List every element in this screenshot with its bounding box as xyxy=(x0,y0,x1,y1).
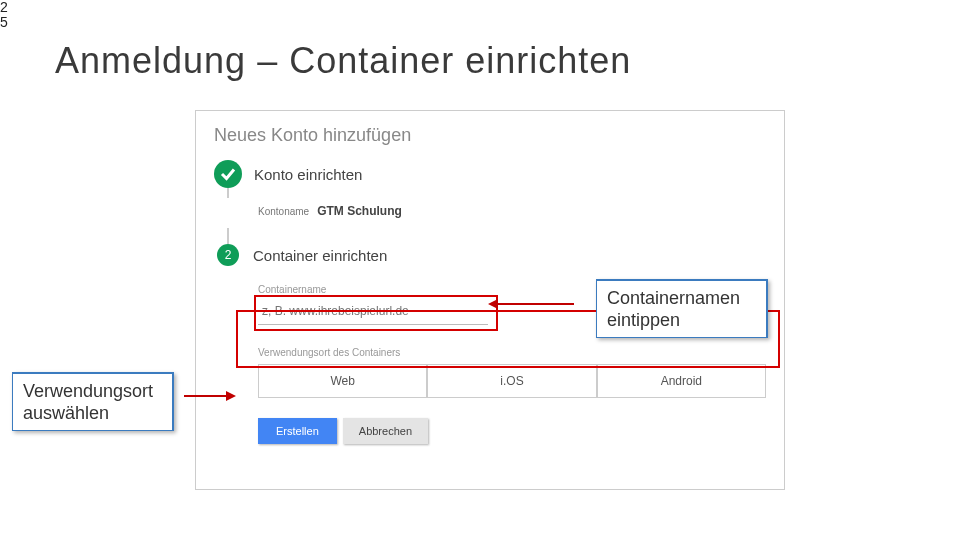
arrow-left-icon xyxy=(496,303,574,305)
checkmark-icon xyxy=(214,160,242,188)
action-row: Erstellen Abbrechen xyxy=(258,418,766,444)
usage-label: Verwendungsort des Containers xyxy=(258,347,766,358)
page-title: Anmeldung – Container einrichten xyxy=(55,40,631,82)
callout-containername: Containernamen eintippen xyxy=(596,279,768,338)
connector-line xyxy=(227,188,229,198)
connector-line xyxy=(227,228,229,244)
usage-option-android[interactable]: Android xyxy=(597,364,766,398)
usage-option-ios[interactable]: i.OS xyxy=(427,364,596,398)
kontoname-value: GTM Schulung xyxy=(317,204,402,218)
usage-option-web[interactable]: Web xyxy=(258,364,427,398)
callout-usage: Verwendungsort auswählen xyxy=(12,372,174,431)
usage-section: Verwendungsort des Containers Web i.OS A… xyxy=(258,347,766,398)
kontoname-label: Kontoname xyxy=(258,206,309,217)
usage-options: Web i.OS Android xyxy=(258,364,766,398)
arrow-right-icon xyxy=(184,395,228,397)
cancel-button[interactable]: Abbrechen xyxy=(343,418,428,444)
containername-input[interactable] xyxy=(258,297,488,325)
step-1-label: Konto einrichten xyxy=(254,166,362,183)
step-2-badge: 2 xyxy=(217,244,239,266)
create-button[interactable]: Erstellen xyxy=(258,418,337,444)
step-2-row: 2 Container einrichten xyxy=(217,244,766,266)
step-1-row: Konto einrichten xyxy=(214,160,766,188)
step-2-label: Container einrichten xyxy=(253,247,387,264)
slide-number: 2 5 xyxy=(0,0,8,30)
panel-title: Neues Konto hinzufügen xyxy=(214,125,766,146)
kontoname-row: Kontoname GTM Schulung xyxy=(258,204,766,218)
